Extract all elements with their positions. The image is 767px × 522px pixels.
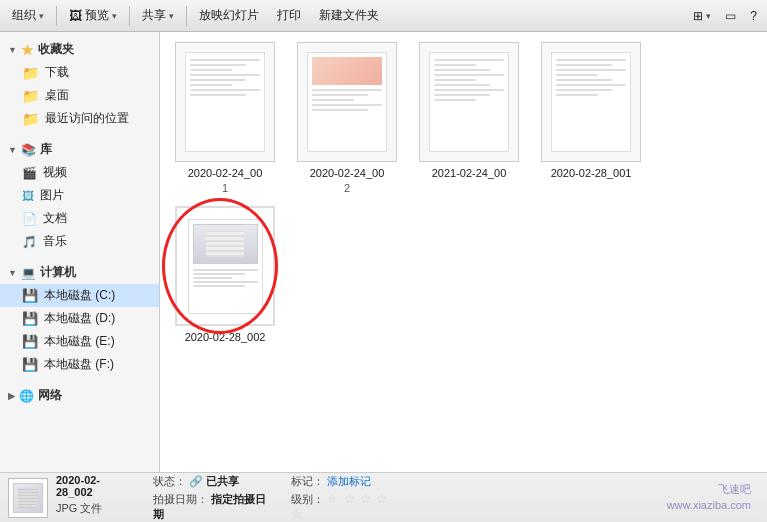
sidebar-item-drive-f[interactable]: 💾 本地磁盘 (F:)	[0, 353, 159, 376]
sidebar-item-desktop[interactable]: 📁 桌面	[0, 84, 159, 107]
file-label-2: 2020-02-24_00	[310, 166, 385, 180]
date-label: 拍摄日期：	[153, 493, 208, 505]
status-bar: 2020-02-28_002 JPG 文件 状态： 🔗 已共享 拍摄日期： 指定…	[0, 472, 767, 522]
file-item-4[interactable]: 2020-02-28_001	[536, 42, 646, 182]
image-icon: 🖼	[22, 189, 34, 203]
file-label-5: 2020-02-28_002	[185, 330, 266, 344]
favorites-arrow-icon: ▼	[8, 45, 17, 55]
share-label: 共享	[142, 7, 166, 24]
doc-icon: 📄	[22, 212, 37, 226]
drive-f-label: 本地磁盘 (F:)	[44, 356, 114, 373]
share-button[interactable]: 共享 ▾	[134, 3, 182, 29]
sidebar-item-drive-e[interactable]: 💾 本地磁盘 (E:)	[0, 330, 159, 353]
preview-button[interactable]: 🖼 预览 ▾	[61, 3, 125, 29]
slideshow-button[interactable]: 放映幻灯片	[191, 3, 267, 29]
network-label: 网络	[38, 387, 62, 404]
drive-icon: 💾	[22, 311, 38, 326]
watermark-area: 飞速吧www.xiaziba.com	[408, 482, 760, 513]
new-folder-label: 新建文件夹	[319, 7, 379, 24]
content-area: 2020-02-24_00 1	[160, 32, 767, 472]
organize-button[interactable]: 组织 ▾	[4, 3, 52, 29]
sidebar-section-favorites[interactable]: ▼ ★ 收藏夹	[0, 38, 159, 61]
sidebar-section-computer[interactable]: ▼ 💻 计算机	[0, 261, 159, 284]
file-number-1: 1	[222, 182, 228, 194]
favorites-label: 收藏夹	[38, 41, 74, 58]
preview-chevron-icon: ▾	[112, 11, 117, 21]
drive-e-label: 本地磁盘 (E:)	[44, 333, 115, 350]
file-item-2[interactable]: 2020-02-24_00 2	[292, 42, 402, 194]
file-item-1[interactable]: 2020-02-24_00 1	[170, 42, 280, 194]
status-date: 拍摄日期： 指定拍摄日期	[153, 492, 271, 522]
separator-1	[56, 6, 57, 26]
video-label: 视频	[43, 164, 67, 181]
file-item-3[interactable]: 2021-02-24_00	[414, 42, 524, 182]
print-button[interactable]: 打印	[269, 3, 309, 29]
recent-label: 最近访问的位置	[45, 110, 129, 127]
sidebar-item-drive-d[interactable]: 💾 本地磁盘 (D:)	[0, 307, 159, 330]
status-col-tags: 标记： 添加标记 级别： ☆ ☆ ☆ ☆ ☆	[291, 474, 399, 522]
tag-value[interactable]: 添加标记	[327, 475, 371, 487]
file-number-2: 2	[344, 182, 350, 194]
rating-label: 级别：	[291, 493, 324, 505]
drive-icon: 💾	[22, 357, 38, 372]
sidebar-section-library[interactable]: ▼ 📚 库	[0, 138, 159, 161]
music-label: 音乐	[43, 233, 67, 250]
sidebar: ▼ ★ 收藏夹 📁 下载 📁 桌面 📁 最近访问的位置 ▼ 📚 库 🎬 视频 🖼	[0, 32, 160, 472]
thumbnail-4	[541, 42, 641, 162]
thumbnail-3	[419, 42, 519, 162]
sidebar-item-images[interactable]: 🖼 图片	[0, 184, 159, 207]
sidebar-item-music[interactable]: 🎵 音乐	[0, 230, 159, 253]
file-label-3: 2021-02-24_00	[432, 166, 507, 180]
file-label-1: 2020-02-24_00	[188, 166, 263, 180]
layout-button[interactable]: ▭	[719, 3, 742, 29]
library-label: 库	[40, 141, 52, 158]
share-icon: 🔗	[189, 475, 203, 487]
thumbnail-5	[175, 206, 275, 326]
desktop-label: 桌面	[45, 87, 69, 104]
drive-icon: 💾	[22, 334, 38, 349]
network-icon: 🌐	[19, 389, 34, 403]
main-layout: ▼ ★ 收藏夹 📁 下载 📁 桌面 📁 最近访问的位置 ▼ 📚 库 🎬 视频 🖼	[0, 32, 767, 472]
file-label-4: 2020-02-28_001	[551, 166, 632, 180]
new-folder-button[interactable]: 新建文件夹	[311, 3, 387, 29]
status-filename: 2020-02-28_002	[56, 474, 133, 498]
favorites-star-icon: ★	[21, 42, 34, 58]
sidebar-item-drive-c[interactable]: 💾 本地磁盘 (C:)	[0, 284, 159, 307]
status-filetype: JPG 文件	[56, 501, 133, 516]
folder-icon: 📁	[22, 88, 39, 104]
downloads-label: 下载	[45, 64, 69, 81]
view-chevron-icon: ▾	[706, 11, 711, 21]
thumbnail-1	[175, 42, 275, 162]
sidebar-item-downloads[interactable]: 📁 下载	[0, 61, 159, 84]
slideshow-label: 放映幻灯片	[199, 7, 259, 24]
sidebar-item-docs[interactable]: 📄 文档	[0, 207, 159, 230]
help-button[interactable]: ?	[744, 3, 763, 29]
separator-2	[129, 6, 130, 26]
file-item-5[interactable]: 2020-02-28_002	[170, 206, 280, 344]
status-rating: 级别： ☆ ☆ ☆ ☆ ☆	[291, 492, 399, 521]
computer-arrow-icon: ▼	[8, 268, 17, 278]
tag-label: 标记：	[291, 475, 324, 487]
layout-icon: ▭	[725, 9, 736, 23]
watermark: 飞速吧www.xiaziba.com	[667, 482, 751, 513]
view-toggle-button[interactable]: ⊞ ▾	[687, 3, 717, 29]
sidebar-item-recent[interactable]: 📁 最近访问的位置	[0, 107, 159, 130]
library-arrow-icon: ▼	[8, 145, 17, 155]
preview-icon: 🖼	[69, 8, 82, 23]
images-label: 图片	[40, 187, 64, 204]
state-label: 状态：	[153, 475, 186, 487]
status-thumbnail	[8, 478, 48, 518]
computer-icon: 💻	[21, 266, 36, 280]
status-col-state: 状态： 🔗 已共享 拍摄日期： 指定拍摄日期	[153, 474, 271, 522]
sidebar-item-video[interactable]: 🎬 视频	[0, 161, 159, 184]
file-grid: 2020-02-24_00 1	[170, 42, 757, 345]
status-state: 状态： 🔗 已共享	[153, 474, 271, 489]
drive-d-label: 本地磁盘 (D:)	[44, 310, 115, 327]
drive-icon: 💾	[22, 288, 38, 303]
status-tag: 标记： 添加标记	[291, 474, 399, 489]
organize-label: 组织	[12, 7, 36, 24]
docs-label: 文档	[43, 210, 67, 227]
sidebar-section-network[interactable]: ▶ 🌐 网络	[0, 384, 159, 407]
library-icon: 📚	[21, 143, 36, 157]
drive-c-label: 本地磁盘 (C:)	[44, 287, 115, 304]
